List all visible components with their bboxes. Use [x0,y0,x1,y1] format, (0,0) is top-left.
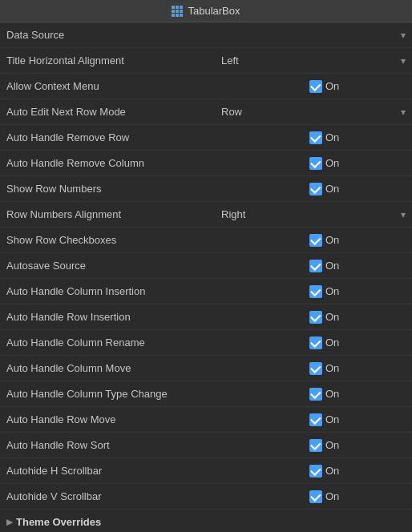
value-allow-context-menu: On [309,80,406,93]
checkbox-auto-handle-row-move[interactable] [309,413,322,426]
on-label-show-row-checkboxes: On [325,234,339,246]
row-auto-handle-column-move: Auto Handle Column Move On [0,356,412,381]
section-label: Theme Overrides [16,516,101,528]
checkbox-auto-handle-column-insertion[interactable] [309,285,322,298]
chevron-right-icon: ▶ [6,517,13,527]
row-data-source[interactable]: Data Source ▾ [0,22,412,48]
checkbox-auto-handle-row-sort[interactable] [309,439,322,452]
value-show-row-numbers: On [309,183,406,195]
label-allow-context-menu: Allow Context Menu [6,80,309,92]
on-label-auto-handle-remove-column: On [325,157,339,169]
checkbox-auto-handle-column-move[interactable] [309,362,322,375]
header: TabularBox [0,0,412,22]
label-auto-handle-remove-column: Auto Handle Remove Column [6,157,309,169]
row-show-row-checkboxes: Show Row Checkboxes On [0,228,412,253]
label-auto-handle-row-move: Auto Handle Row Move [6,413,309,425]
label-title-horizontal-alignment: Title Horizontal Alignment [6,54,221,66]
panel-title: TabularBox [188,5,240,17]
label-auto-handle-column-type-change: Auto Handle Column Type Change [6,388,309,400]
row-row-numbers-alignment[interactable]: Row Numbers Alignment Right ▾ [0,202,412,228]
label-auto-handle-column-rename: Auto Handle Column Rename [6,337,309,349]
theme-overrides-section[interactable]: ▶ Theme Overrides [0,510,412,532]
row-auto-handle-remove-row: Auto Handle Remove Row On [0,125,412,151]
checkbox-autohide-v-scrollbar[interactable] [309,490,322,503]
row-show-row-numbers: Show Row Numbers On [0,176,412,202]
label-row-numbers-alignment: Row Numbers Alignment [6,208,221,220]
on-label-auto-handle-row-move: On [325,413,339,425]
on-label-auto-handle-column-type-change: On [325,388,339,400]
checkbox-auto-handle-remove-row[interactable] [309,131,322,144]
grid-icon [172,6,183,17]
on-label-autohide-h-scrollbar: On [325,465,339,477]
row-autosave-source: Autosave Source On [0,253,412,279]
row-autohide-v-scrollbar: Autohide V Scrollbar On [0,484,412,510]
on-label-auto-handle-column-insertion: On [325,285,339,297]
properties-list: Data Source ▾ Title Horizontal Alignment… [0,22,412,510]
label-autohide-v-scrollbar: Autohide V Scrollbar [6,490,309,502]
on-label-allow-context-menu: On [325,80,339,92]
value-auto-handle-row-sort: On [309,439,406,452]
label-auto-handle-row-insertion: Auto Handle Row Insertion [6,311,309,323]
row-allow-context-menu: Allow Context Menu On [0,74,412,99]
value-autosave-source: On [309,260,406,272]
chevron-down-icon: ▾ [401,55,406,66]
value-title-horizontal-alignment[interactable]: Left ▾ [221,54,406,66]
on-label-auto-handle-row-insertion: On [325,311,339,323]
label-auto-handle-row-sort: Auto Handle Row Sort [6,439,309,451]
value-auto-handle-remove-column: On [309,157,406,170]
value-data-source[interactable]: ▾ [221,30,406,41]
checkbox-auto-handle-column-rename[interactable] [309,337,322,349]
row-auto-handle-remove-column: Auto Handle Remove Column On [0,151,412,176]
value-show-row-checkboxes: On [309,234,406,247]
label-auto-edit-next-row-mode: Auto Edit Next Row Mode [6,106,221,118]
on-label-show-row-numbers: On [325,183,339,195]
value-autohide-h-scrollbar: On [309,465,406,478]
checkbox-autohide-h-scrollbar[interactable] [309,465,322,478]
checkbox-show-row-numbers[interactable] [309,183,322,195]
label-data-source: Data Source [6,29,221,41]
checkbox-auto-handle-remove-column[interactable] [309,157,322,170]
checkbox-autosave-source[interactable] [309,260,322,272]
on-label-auto-handle-column-rename: On [325,337,339,349]
on-label-auto-handle-remove-row: On [325,131,339,143]
label-show-row-numbers: Show Row Numbers [6,183,309,195]
value-autohide-v-scrollbar: On [309,490,406,503]
checkbox-allow-context-menu[interactable] [309,80,322,93]
label-autosave-source: Autosave Source [6,260,309,272]
row-auto-handle-column-insertion: Auto Handle Column Insertion On [0,279,412,304]
chevron-down-icon: ▾ [401,107,406,118]
checkbox-show-row-checkboxes[interactable] [309,234,322,247]
value-auto-handle-remove-row: On [309,131,406,144]
on-label-auto-handle-row-sort: On [325,439,339,451]
label-show-row-checkboxes: Show Row Checkboxes [6,234,309,246]
label-auto-handle-remove-row: Auto Handle Remove Row [6,131,309,143]
row-auto-handle-row-move: Auto Handle Row Move On [0,407,412,433]
checkbox-auto-handle-column-type-change[interactable] [309,388,322,401]
value-auto-handle-column-type-change: On [309,388,406,401]
label-autohide-h-scrollbar: Autohide H Scrollbar [6,465,309,477]
value-auto-handle-column-rename: On [309,337,406,349]
checkbox-auto-handle-row-insertion[interactable] [309,311,322,324]
row-autohide-h-scrollbar: Autohide H Scrollbar On [0,458,412,484]
chevron-down-icon: ▾ [401,209,406,220]
value-auto-handle-row-insertion: On [309,311,406,324]
on-label-auto-handle-column-move: On [325,362,339,374]
value-auto-handle-column-insertion: On [309,285,406,298]
value-auto-handle-column-move: On [309,362,406,375]
value-auto-edit-next-row-mode[interactable]: Row ▾ [221,106,406,118]
value-row-numbers-alignment[interactable]: Right ▾ [221,208,406,220]
row-auto-edit-next-row-mode[interactable]: Auto Edit Next Row Mode Row ▾ [0,99,412,125]
row-auto-handle-column-rename: Auto Handle Column Rename On [0,330,412,356]
label-auto-handle-column-move: Auto Handle Column Move [6,362,309,374]
row-auto-handle-row-insertion: Auto Handle Row Insertion On [0,304,412,330]
value-auto-handle-row-move: On [309,413,406,426]
row-auto-handle-row-sort: Auto Handle Row Sort On [0,433,412,458]
on-label-autosave-source: On [325,260,339,272]
on-label-autohide-v-scrollbar: On [325,490,339,502]
row-auto-handle-column-type-change: Auto Handle Column Type Change On [0,381,412,407]
chevron-down-icon: ▾ [401,30,406,41]
label-auto-handle-column-insertion: Auto Handle Column Insertion [6,285,309,297]
row-title-horizontal-alignment[interactable]: Title Horizontal Alignment Left ▾ [0,48,412,74]
